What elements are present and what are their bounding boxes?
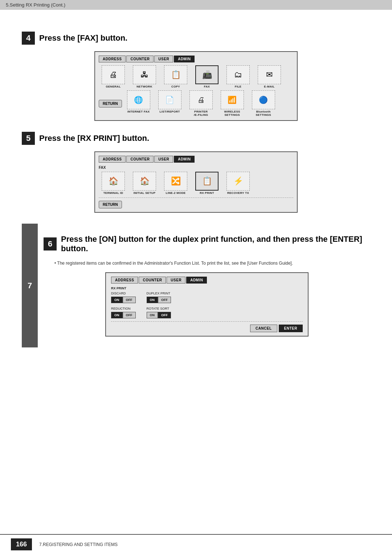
step4-tab-counter[interactable]: COUNTER xyxy=(126,56,154,62)
step5-tab-user[interactable]: USER xyxy=(154,156,173,163)
step4-icon-row1: 🖨 GENERAL 🖧 NETWORK 📋 COPY 📠 xyxy=(99,65,293,88)
icon-terminal-id[interactable]: 🏠 TERMINAL ID xyxy=(99,172,128,195)
icon-wireless-box: 📶 xyxy=(221,90,244,109)
icon-wireless-label: WIRELESSSETTINGS xyxy=(224,110,240,117)
step4-return-btn[interactable]: RETURN xyxy=(99,100,122,107)
footer-text: 7.REGISTERING AND SETTING ITEMS xyxy=(39,542,118,547)
reduction-label: REDUCTION xyxy=(111,307,136,310)
page-number: 166 xyxy=(11,538,32,550)
icon-terminal-id-label: TERMINAL ID xyxy=(103,191,123,195)
icon-internet-fax-box: 🌐 xyxy=(127,90,150,109)
icon-list-report[interactable]: 📄 LIST/REPORT xyxy=(155,90,184,117)
icon-initial-setup-label: INITIAL SETUP xyxy=(134,191,156,195)
icon-line2-mode-label: LINE-2 MODE xyxy=(166,191,186,195)
step6-tab-admin[interactable]: ADMIN xyxy=(186,277,207,284)
icon-line2-mode-box: 🔀 xyxy=(164,172,187,191)
reduction-toggle: ON OFF xyxy=(111,312,136,318)
discard-off-btn[interactable]: OFF xyxy=(123,297,136,303)
step4-tab-address[interactable]: ADDRESS xyxy=(99,56,126,62)
icon-copy-label: COPY xyxy=(171,85,180,88)
step5-tab-counter[interactable]: COUNTER xyxy=(126,156,154,163)
icon-file-box: 🗂 xyxy=(226,65,250,84)
discard-on-btn[interactable]: ON xyxy=(111,297,123,303)
step5-fax-label: FAX xyxy=(99,166,293,170)
step6-number: 6 xyxy=(44,237,57,250)
icon-fax[interactable]: 📠 FAX xyxy=(192,65,221,88)
icon-terminal-id-box: 🏠 xyxy=(102,172,125,191)
icon-initial-setup[interactable]: 🏠 INITIAL SETUP xyxy=(130,172,159,195)
icon-internet-fax[interactable]: 🌐 INTERNET FAX xyxy=(124,90,153,117)
discard-toggle: ON OFF xyxy=(111,297,136,303)
duplex-off-btn[interactable]: OFF xyxy=(158,297,171,303)
step5-divider xyxy=(99,197,293,198)
duplex-toggle: ON OFF xyxy=(147,297,171,303)
main-content: 4 Press the [FAX] button. ADDRESS COUNTE… xyxy=(0,10,392,373)
icon-general[interactable]: 🖨 GENERAL xyxy=(99,65,128,88)
step5-tab-address[interactable]: ADDRESS xyxy=(99,156,126,163)
step5-heading: 5 Press the [RX PRINT] button. xyxy=(22,132,370,145)
discard-label: DISCARD xyxy=(111,292,136,295)
icon-printer-efiling-label: PRINTER/E-FILING xyxy=(194,110,208,117)
step4-tab-admin[interactable]: ADMIN xyxy=(174,56,195,62)
rotate-off-btn[interactable]: OFF xyxy=(158,312,171,318)
icon-email[interactable]: ✉ E-MAIL xyxy=(255,65,284,88)
icon-general-label: GENERAL xyxy=(106,85,121,88)
step6-two-col: DISCARD ON OFF REDUCTION ON OFF DUP xyxy=(111,292,303,318)
step5-panel: ADDRESS COUNTER USER ADMIN FAX 🏠 TERMINA… xyxy=(94,151,298,213)
step6-tab-address[interactable]: ADDRESS xyxy=(111,277,138,284)
icon-fax-box: 📠 xyxy=(195,65,219,84)
step5-icon-row: 🏠 TERMINAL ID 🏠 INITIAL SETUP 🔀 LINE-2 M… xyxy=(99,172,293,195)
reduction-off-btn[interactable]: OFF xyxy=(123,312,136,318)
icon-rx-print-box: 📋 xyxy=(195,172,219,191)
icon-line2-mode[interactable]: 🔀 LINE-2 MODE xyxy=(161,172,190,195)
step5-title: Press the [RX PRINT] button. xyxy=(39,134,149,143)
icon-recovery-tx-box: ⚡ xyxy=(226,172,250,191)
step5-return-btn[interactable]: RETURN xyxy=(99,201,122,208)
step5-tab-admin[interactable]: ADMIN xyxy=(174,156,195,163)
step4-icon-row2: 🌐 INTERNET FAX 📄 LIST/REPORT 🖨 PRINTER/E… xyxy=(124,90,278,117)
icon-network-box: 🖧 xyxy=(133,65,156,84)
step6-left-col: DISCARD ON OFF REDUCTION ON OFF xyxy=(111,292,136,318)
icon-recovery-tx[interactable]: ⚡ RECOVERY TX xyxy=(224,172,253,195)
step4-panel: ADDRESS COUNTER USER ADMIN 🖨 GENERAL 🖧 N… xyxy=(94,51,298,121)
icon-rx-print[interactable]: 📋 RX PRINT xyxy=(192,172,221,195)
step6-content: 6 Press the [ON] button for the duplex p… xyxy=(44,224,370,347)
duplex-on-btn[interactable]: ON xyxy=(147,297,158,303)
enter-btn[interactable]: ENTER xyxy=(279,325,303,332)
step5-tab-row: ADDRESS COUNTER USER ADMIN xyxy=(99,156,293,163)
cancel-btn[interactable]: CANCEL xyxy=(250,325,277,332)
step5-bottom-row: RETURN xyxy=(99,201,293,208)
step4-icon-row2-with-return: RETURN 🌐 INTERNET FAX 📄 LIST/REPORT xyxy=(99,90,293,117)
icon-email-box: ✉ xyxy=(258,65,281,84)
icon-list-report-box: 📄 xyxy=(158,90,181,109)
icon-bluetooth-box: 🔵 xyxy=(252,90,275,109)
icon-initial-setup-box: 🏠 xyxy=(133,172,156,191)
icon-recovery-tx-label: RECOVERY TX xyxy=(227,191,249,195)
rotate-toggle: ON OFF xyxy=(147,312,171,318)
reduction-on-btn[interactable]: ON xyxy=(111,312,123,318)
rotate-on-btn[interactable]: ON xyxy=(147,312,158,318)
top-bar-text: 5.Setting RX Printing (Cont.) xyxy=(6,2,65,8)
icon-network[interactable]: 🖧 NETWORK xyxy=(130,65,159,88)
step4-number: 4 xyxy=(22,32,35,45)
icon-file-label: FILE xyxy=(235,85,242,88)
icon-rx-print-label: RX PRINT xyxy=(200,191,214,195)
step4-title: Press the [FAX] button. xyxy=(39,33,127,43)
icon-network-label: NETWORK xyxy=(136,85,152,88)
step5-number: 5 xyxy=(22,132,35,145)
step6-outer: 7 6 Press the [ON] button for the duplex… xyxy=(22,224,370,347)
rotate-label: ROTATE SORT xyxy=(147,307,171,310)
icon-copy[interactable]: 📋 COPY xyxy=(161,65,190,88)
icon-general-box: 🖨 xyxy=(102,65,125,84)
icon-printer-efiling[interactable]: 🖨 PRINTER/E-FILING xyxy=(187,90,216,117)
icon-bluetooth[interactable]: 🔵 BluetoothSETTINGS xyxy=(249,90,278,117)
step4-tab-user[interactable]: USER xyxy=(154,56,173,62)
step6-tab-user[interactable]: USER xyxy=(167,277,185,284)
step6-tab-counter[interactable]: COUNTER xyxy=(139,277,166,284)
step6-section-title: RX PRINT xyxy=(111,286,303,290)
icon-internet-fax-label: INTERNET FAX xyxy=(127,110,150,113)
icon-file[interactable]: 🗂 FILE xyxy=(224,65,253,88)
icon-list-report-label: LIST/REPORT xyxy=(160,110,180,113)
step6-note: The registered items can be confirmed in… xyxy=(54,260,370,266)
icon-wireless[interactable]: 📶 WIRELESSSETTINGS xyxy=(218,90,247,117)
